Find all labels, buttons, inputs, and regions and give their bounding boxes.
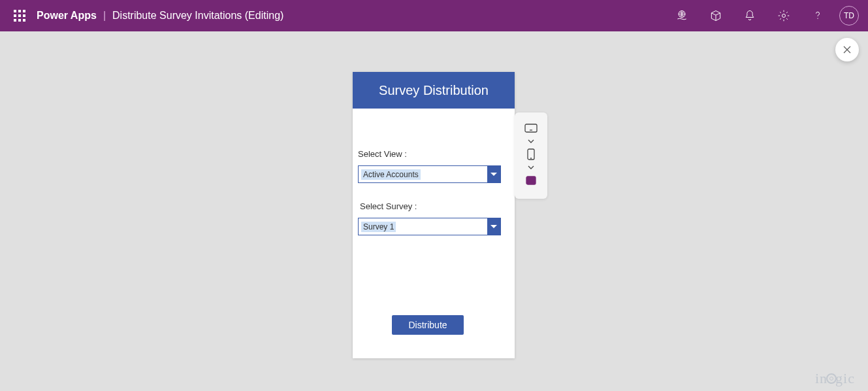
canvas-app-title: Survey Distribution [353, 72, 515, 109]
chevron-down-icon [490, 173, 497, 177]
select-view-dropdown[interactable]: Active Accounts [358, 165, 501, 183]
user-avatar[interactable]: TD [839, 6, 859, 26]
svg-rect-7 [526, 177, 536, 184]
close-icon [842, 44, 852, 55]
chevron-down-icon [490, 225, 497, 229]
breadcrumb-divider: | [103, 10, 106, 22]
select-survey-label: Select Survey : [360, 201, 509, 211]
top-bar: Power Apps | Distribute Survey Invitatio… [0, 0, 868, 31]
select-survey-dropdown-arrow[interactable] [487, 218, 500, 235]
bell-icon [743, 9, 756, 22]
table-preview-button[interactable] [521, 174, 541, 187]
notifications-button[interactable] [735, 0, 765, 31]
select-view-label: Select View : [358, 149, 509, 159]
diagnostics-button[interactable] [701, 0, 731, 31]
table-icon [526, 176, 536, 185]
preview-mode-panel [515, 112, 547, 199]
waffle-icon [14, 10, 25, 22]
watermark-text-2: gic [835, 370, 855, 386]
svg-rect-3 [525, 124, 537, 132]
watermark: ingic [815, 370, 855, 387]
select-survey-value: Survey 1 [361, 222, 396, 232]
select-survey-value-area: Survey 1 [359, 218, 487, 235]
phone-preview-button[interactable] [521, 148, 541, 161]
close-button[interactable] [835, 38, 859, 61]
phone-icon [527, 148, 535, 160]
app-name[interactable]: Power Apps [37, 10, 97, 22]
tablet-icon [524, 124, 538, 133]
page-title: Distribute Survey Invitations (Editing) [112, 10, 283, 22]
phone-expand-button[interactable] [521, 163, 541, 171]
svg-point-1 [782, 14, 786, 18]
tablet-preview-button[interactable] [521, 122, 541, 135]
app-launcher-button[interactable] [7, 0, 33, 31]
question-icon [811, 9, 824, 22]
svg-point-2 [817, 18, 818, 19]
canvas-app-preview: Survey Distribution Select View : Active… [353, 72, 515, 358]
select-view-value-area: Active Accounts [359, 166, 487, 182]
cube-icon [709, 9, 722, 22]
select-survey-dropdown[interactable]: Survey 1 [358, 218, 501, 235]
chevron-down-icon [528, 139, 534, 143]
environment-button[interactable] [667, 0, 697, 31]
chevron-down-icon [528, 165, 534, 169]
settings-button[interactable] [769, 0, 799, 31]
header-actions: TD [667, 0, 861, 31]
tablet-expand-button[interactable] [521, 137, 541, 145]
gear-icon [777, 9, 790, 22]
select-view-value: Active Accounts [361, 169, 421, 180]
globe-hand-icon [675, 9, 688, 22]
watermark-logo-icon [826, 373, 837, 384]
select-view-dropdown-arrow[interactable] [487, 166, 500, 182]
distribute-button[interactable]: Distribute [392, 315, 464, 335]
help-button[interactable] [803, 0, 833, 31]
